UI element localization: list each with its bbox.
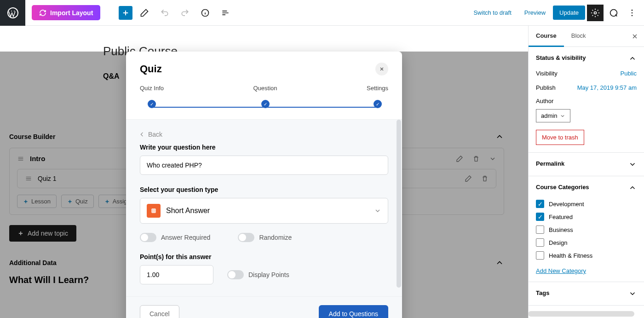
- pencil-icon: [140, 8, 149, 17]
- display-points-label: Display Points: [248, 271, 289, 278]
- publish-label: Publish: [536, 84, 556, 91]
- close-modal-button[interactable]: [375, 63, 388, 75]
- display-points-toggle[interactable]: [227, 270, 244, 279]
- checkbox[interactable]: [536, 225, 544, 234]
- quiz-modal: Quiz Quiz Info ✓ Question ✓: [126, 52, 402, 318]
- category-label: Development: [549, 201, 584, 208]
- add-to-questions-button[interactable]: Add to Questions: [319, 305, 388, 318]
- question-input[interactable]: [140, 156, 388, 175]
- checkbox[interactable]: [536, 238, 544, 247]
- horizontal-scrollbar[interactable]: [528, 311, 642, 317]
- randomize-label: Randomize: [259, 234, 292, 241]
- gear-icon: [591, 8, 600, 17]
- checkbox[interactable]: ✓: [536, 200, 544, 208]
- redo-icon: [180, 8, 190, 17]
- outline-button[interactable]: [217, 5, 234, 21]
- chevron-up-icon: [628, 54, 637, 63]
- add-block-button[interactable]: [119, 6, 132, 20]
- question-label: Write your question here: [140, 144, 388, 151]
- category-item[interactable]: Design: [536, 236, 637, 249]
- modal-overlay: Quiz Quiz Info ✓ Question ✓: [0, 52, 528, 318]
- modal-scrollbar[interactable]: [397, 120, 401, 296]
- answer-required-toggle[interactable]: [140, 233, 156, 242]
- switch-to-draft-button[interactable]: Switch to draft: [468, 6, 517, 20]
- permalink-header[interactable]: Permalink: [536, 160, 637, 168]
- more-menu-button[interactable]: [624, 5, 640, 21]
- qubely-button[interactable]: [605, 5, 622, 21]
- status-visibility-header[interactable]: Status & visibility: [536, 54, 637, 63]
- svg-point-5: [632, 12, 633, 13]
- randomize-toggle[interactable]: [238, 233, 254, 242]
- category-item[interactable]: ✓Featured: [536, 210, 637, 223]
- svg-point-2: [594, 12, 597, 14]
- answer-required-label: Answer Required: [161, 234, 210, 241]
- chevron-up-icon: [628, 184, 637, 192]
- step-quiz-info[interactable]: Quiz Info ✓: [140, 85, 164, 108]
- publish-value[interactable]: May 17, 2019 9:57 am: [577, 84, 637, 91]
- category-label: Design: [549, 239, 567, 246]
- chevron-down-icon: [374, 207, 381, 214]
- points-label: Point(s) for this answer: [140, 253, 388, 260]
- info-icon: [201, 8, 210, 17]
- svg-point-6: [632, 15, 633, 16]
- back-link[interactable]: Back: [140, 131, 388, 138]
- tags-header[interactable]: Tags: [536, 289, 637, 298]
- move-to-trash-button[interactable]: Move to trash: [536, 130, 584, 145]
- arrow-left-icon: [140, 131, 146, 138]
- author-label: Author: [536, 98, 553, 104]
- check-icon: ✓: [148, 100, 156, 108]
- info-button[interactable]: [197, 5, 213, 21]
- chevron-down-icon: [560, 113, 565, 119]
- visibility-value[interactable]: Public: [621, 70, 637, 77]
- step-question[interactable]: Question ✓: [253, 85, 277, 108]
- edit-mode-button[interactable]: [136, 5, 153, 21]
- tab-block[interactable]: Block: [564, 26, 593, 47]
- close-icon: [379, 66, 385, 72]
- check-icon: ✓: [374, 100, 382, 108]
- cancel-button[interactable]: Cancel: [140, 305, 179, 318]
- undo-icon: [160, 8, 169, 17]
- circle-q-icon: [609, 8, 619, 18]
- preview-button[interactable]: Preview: [519, 6, 551, 20]
- category-item[interactable]: Business: [536, 223, 637, 236]
- checkbox[interactable]: [536, 251, 544, 260]
- visibility-label: Visibility: [536, 70, 558, 77]
- step-settings[interactable]: Settings ✓: [367, 85, 388, 108]
- modal-stepper: Quiz Info ✓ Question ✓ Settings ✓: [126, 78, 402, 119]
- category-label: Featured: [549, 214, 573, 220]
- author-select[interactable]: admin: [536, 109, 570, 122]
- checkbox[interactable]: ✓: [536, 213, 544, 221]
- redo-button[interactable]: [177, 5, 193, 21]
- modal-title: Quiz: [140, 63, 162, 75]
- settings-toggle-button[interactable]: [587, 5, 604, 21]
- category-item[interactable]: Health & Fitness: [536, 249, 637, 262]
- points-input[interactable]: [140, 265, 213, 284]
- undo-button[interactable]: [156, 5, 173, 21]
- close-icon: [631, 33, 638, 40]
- svg-point-4: [632, 9, 633, 11]
- wp-logo[interactable]: [0, 0, 25, 26]
- categories-header[interactable]: Course Categories: [536, 184, 637, 192]
- refresh-icon: [39, 9, 46, 17]
- tab-course[interactable]: Course: [529, 26, 564, 47]
- update-button[interactable]: Update: [553, 6, 585, 20]
- kebab-icon: [627, 8, 637, 17]
- check-icon: ✓: [261, 100, 270, 108]
- import-layout-button[interactable]: Import Layout: [32, 5, 100, 20]
- qtype-label: Select your question type: [140, 186, 388, 193]
- category-item[interactable]: ✓Development: [536, 197, 637, 210]
- plus-icon: [121, 9, 130, 17]
- category-label: Health & Fitness: [549, 252, 592, 259]
- import-layout-label: Import Layout: [50, 9, 93, 17]
- category-label: Business: [549, 226, 573, 233]
- close-sidebar-button[interactable]: [626, 26, 644, 47]
- question-type-select[interactable]: Short Answer: [140, 198, 388, 224]
- list-icon: [221, 8, 230, 17]
- chevron-down-icon: [628, 289, 637, 298]
- short-answer-icon: [147, 204, 161, 218]
- add-new-category-link[interactable]: Add New Category: [536, 267, 637, 274]
- chevron-down-icon: [628, 160, 637, 168]
